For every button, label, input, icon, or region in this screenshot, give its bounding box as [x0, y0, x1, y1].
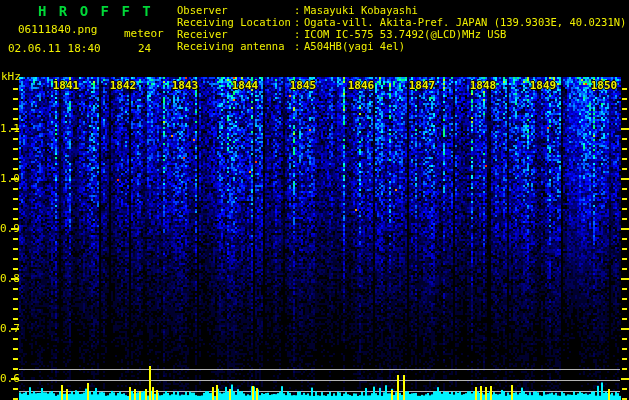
y-axis-unit-label: kHz	[1, 71, 21, 82]
info-colon: :	[294, 28, 304, 40]
hrofft-screen: H R O F F T 06111840.png meteor 02.06.11…	[0, 0, 629, 400]
info-colon: :	[294, 16, 304, 28]
info-label-antenna: Receiving antenna	[177, 40, 294, 52]
y-axis-tick-label: 0.8	[0, 272, 14, 285]
time-axis-label: 1844	[232, 79, 259, 92]
y-axis-tick-label: 1.0	[0, 172, 14, 185]
meteor-count-value: 24	[138, 43, 151, 54]
info-label-location: Receiving Location	[177, 16, 294, 28]
info-value-receiver: ICOM IC-575 53.7492(@LCD)MHz USB	[304, 28, 506, 40]
time-axis-label: 1841	[53, 79, 80, 92]
spectrogram-canvas	[0, 0, 629, 400]
time-axis-label: 1846	[348, 79, 375, 92]
output-file-name: 06111840.png	[18, 24, 97, 35]
info-colon: :	[294, 4, 304, 16]
time-axis-label: 1849	[530, 79, 557, 92]
time-axis-label: 1847	[409, 79, 436, 92]
info-row-observer: Observer:Masayuki Kobayashi	[177, 4, 626, 16]
time-axis-label: 1842	[110, 79, 137, 92]
observation-mode-label: meteor	[124, 28, 164, 39]
y-axis-tick-label: 1.1	[0, 122, 14, 135]
observation-datetime: 02.06.11 18:40	[8, 43, 101, 54]
info-colon: :	[294, 40, 304, 52]
time-axis-label: 1843	[172, 79, 199, 92]
info-value-location: Ogata-vill. Akita-Pref. JAPAN (139.9303E…	[304, 16, 626, 28]
info-value-antenna: A504HB(yagi 4el)	[304, 40, 405, 52]
app-title: H R O F F T	[38, 4, 153, 18]
y-axis-tick-label: 0.9	[0, 222, 14, 235]
station-info-block: Observer:Masayuki Kobayashi Receiving Lo…	[177, 4, 626, 52]
y-axis-tick-label: 0.6	[0, 372, 14, 385]
info-row-antenna: Receiving antenna:A504HB(yagi 4el)	[177, 40, 626, 52]
info-value-observer: Masayuki Kobayashi	[304, 4, 418, 16]
y-axis-tick-label: 0.7	[0, 322, 14, 335]
info-row-receiver: Receiver:ICOM IC-575 53.7492(@LCD)MHz US…	[177, 28, 626, 40]
time-axis-label: 1850	[591, 79, 618, 92]
info-label-observer: Observer	[177, 4, 294, 16]
info-row-location: Receiving Location:Ogata-vill. Akita-Pre…	[177, 16, 626, 28]
time-axis-label: 1848	[470, 79, 497, 92]
time-axis-label: 1845	[290, 79, 317, 92]
info-label-receiver: Receiver	[177, 28, 294, 40]
